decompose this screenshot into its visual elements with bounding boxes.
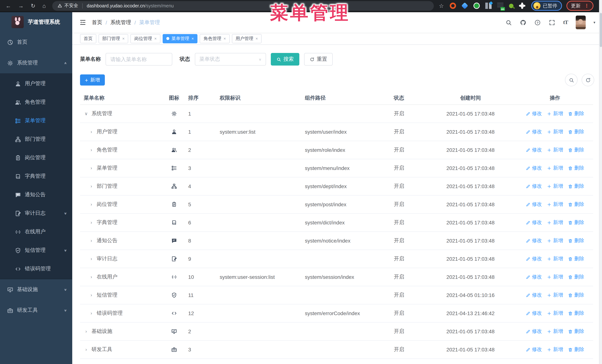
delete-row-button[interactable]: 删除 — [568, 346, 584, 353]
kebab-menu-icon[interactable]: ⋮ — [584, 3, 589, 9]
search-icon[interactable] — [505, 19, 512, 26]
sidebar-item-6[interactable]: 岗位管理 — [0, 148, 72, 167]
forward-icon[interactable]: → — [18, 2, 24, 9]
github-icon[interactable] — [520, 19, 527, 26]
caret-collapsed-icon[interactable]: › — [89, 166, 94, 171]
delete-row-button[interactable]: 删除 — [568, 165, 584, 171]
tab-1[interactable]: 部门管理× — [98, 34, 128, 43]
edit-row-button[interactable]: 修改 — [526, 128, 542, 135]
extension-list-icon[interactable] — [497, 3, 504, 9]
add-row-button[interactable]: 新增 — [547, 237, 563, 244]
tab-2[interactable]: 岗位管理× — [130, 34, 161, 43]
toggle-search-button[interactable] — [565, 74, 578, 86]
edit-row-button[interactable]: 修改 — [526, 237, 542, 244]
edit-row-button[interactable]: 修改 — [526, 201, 542, 208]
sidebar-item-11[interactable]: 短信管理∨ — [0, 241, 72, 260]
sidebar-item-7[interactable]: 字典管理 — [0, 167, 72, 186]
add-row-button[interactable]: 新增 — [547, 346, 563, 353]
add-button[interactable]: + 新增 — [80, 74, 105, 85]
caret-collapsed-icon[interactable]: › — [89, 129, 94, 135]
add-row-button[interactable]: 新增 — [547, 110, 563, 117]
sidebar-item-0[interactable]: 首页 — [0, 32, 72, 52]
update-button[interactable]: 更新 ⋮ — [566, 1, 593, 11]
delete-row-button[interactable]: 删除 — [568, 292, 584, 299]
sidebar-item-14[interactable]: 研发工具∨ — [0, 300, 72, 321]
add-row-button[interactable]: 新增 — [547, 219, 563, 226]
add-row-button[interactable]: 新增 — [547, 165, 563, 171]
tab-3[interactable]: 菜单管理× — [163, 34, 198, 43]
add-row-button[interactable]: 新增 — [547, 128, 563, 135]
refresh-table-button[interactable] — [582, 74, 594, 86]
breadcrumb-home[interactable]: 首页 — [92, 19, 102, 26]
caret-collapsed-icon[interactable]: › — [89, 292, 94, 298]
caret-collapsed-icon[interactable]: › — [84, 347, 88, 352]
caret-collapsed-icon[interactable]: › — [89, 274, 94, 280]
delete-row-button[interactable]: 删除 — [568, 328, 584, 335]
close-icon[interactable]: × — [122, 36, 125, 41]
caret-collapsed-icon[interactable]: › — [84, 329, 88, 334]
back-icon[interactable]: ← — [6, 2, 11, 9]
edit-row-button[interactable]: 修改 — [526, 328, 542, 335]
add-row-button[interactable]: 新增 — [547, 256, 563, 262]
caret-collapsed-icon[interactable]: › — [89, 202, 94, 207]
close-icon[interactable]: × — [256, 36, 258, 41]
delete-row-button[interactable]: 删除 — [568, 219, 584, 226]
delete-row-button[interactable]: 删除 — [568, 147, 584, 153]
scrollbar-thumb[interactable] — [600, 13, 602, 47]
paused-badge[interactable]: 已暂停 — [531, 1, 562, 11]
fullscreen-icon[interactable] — [549, 19, 555, 26]
caret-collapsed-icon[interactable]: › — [89, 238, 94, 243]
sidebar-item-4[interactable]: 菜单管理 — [0, 112, 72, 130]
add-row-button[interactable]: 新增 — [547, 183, 563, 190]
reset-button[interactable]: 重置 — [304, 53, 333, 65]
edit-row-button[interactable]: 修改 — [526, 292, 542, 299]
sidebar-item-8[interactable]: 通知公告 — [0, 186, 72, 204]
page-scrollbar[interactable] — [599, 0, 602, 364]
edit-row-button[interactable]: 修改 — [526, 219, 542, 226]
font-size-icon[interactable]: tT — [563, 19, 568, 26]
tab-4[interactable]: 角色管理× — [200, 34, 230, 43]
status-select[interactable]: 菜单状态 ∨ — [195, 53, 266, 65]
close-icon[interactable]: × — [192, 36, 194, 41]
sidebar-item-5[interactable]: 部门管理 — [0, 130, 72, 148]
edit-row-button[interactable]: 修改 — [526, 274, 542, 280]
delete-row-button[interactable]: 删除 — [568, 256, 584, 262]
menu-name-input[interactable] — [106, 53, 172, 65]
edit-row-button[interactable]: 修改 — [526, 310, 542, 317]
add-row-button[interactable]: 新增 — [547, 274, 563, 280]
extension-ubuntu-icon[interactable] — [450, 3, 456, 9]
sidebar-fold-icon[interactable] — [79, 19, 86, 26]
security-label[interactable]: 不安全 — [64, 3, 78, 9]
add-row-button[interactable]: 新增 — [547, 292, 563, 299]
sidebar-item-3[interactable]: 角色管理 — [0, 93, 72, 112]
app-logo[interactable]: 芋道管理系统 — [0, 12, 72, 32]
chevron-down-icon[interactable]: ▾ — [593, 20, 595, 24]
close-icon[interactable]: × — [224, 36, 226, 41]
edit-row-button[interactable]: 修改 — [526, 346, 542, 353]
tab-5[interactable]: 用户管理× — [232, 34, 262, 43]
add-row-button[interactable]: 新增 — [547, 201, 563, 208]
add-row-button[interactable]: 新增 — [547, 328, 563, 335]
edit-row-button[interactable]: 修改 — [526, 110, 542, 117]
breadcrumb-system[interactable]: 系统管理 — [110, 19, 131, 26]
delete-row-button[interactable]: 删除 — [568, 183, 584, 190]
edit-row-button[interactable]: 修改 — [526, 165, 542, 171]
bookmark-star-icon[interactable]: ☆ — [439, 2, 444, 9]
delete-row-button[interactable]: 删除 — [568, 237, 584, 244]
sidebar-item-13[interactable]: 基础设施∨ — [0, 279, 72, 300]
sidebar-item-12[interactable]: 错误码管理 — [0, 260, 72, 278]
sidebar-item-1[interactable]: 系统管理∧ — [0, 52, 72, 73]
tab-0[interactable]: 首页 — [80, 34, 96, 43]
caret-collapsed-icon[interactable]: › — [89, 220, 94, 225]
extension-puzzle-icon[interactable] — [519, 3, 525, 9]
avatar[interactable] — [576, 16, 586, 29]
caret-collapsed-icon[interactable]: › — [89, 184, 94, 189]
reload-icon[interactable]: ↻ — [31, 2, 35, 9]
extension-grid-icon[interactable] — [485, 3, 492, 9]
delete-row-button[interactable]: 删除 — [568, 128, 584, 135]
delete-row-button[interactable]: 删除 — [568, 274, 584, 280]
delete-row-button[interactable]: 删除 — [568, 201, 584, 208]
edit-row-button[interactable]: 修改 — [526, 147, 542, 153]
edit-row-button[interactable]: 修改 — [526, 256, 542, 262]
question-icon[interactable]: ? — [534, 19, 541, 26]
